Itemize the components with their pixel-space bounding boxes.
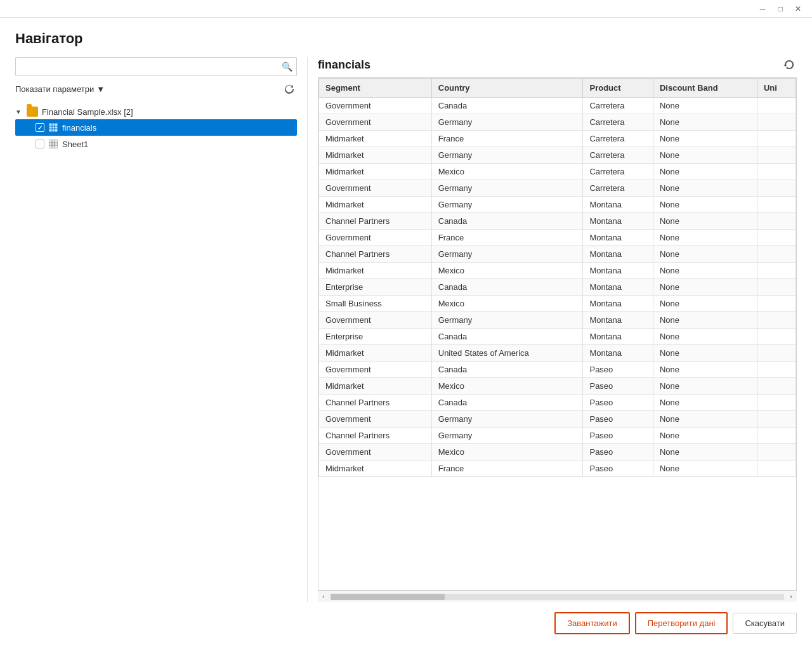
table-cell-uni (757, 428, 796, 444)
table-cell: Canada (431, 213, 583, 230)
table-cell-uni (757, 378, 796, 395)
table-cell: Montana (583, 296, 653, 312)
table-cell: Germany (431, 147, 583, 164)
table-cell: Midmarket (319, 147, 432, 164)
financials-checkbox[interactable]: ✓ (36, 123, 44, 132)
horizontal-scrollbar[interactable]: ‹ › (318, 591, 797, 602)
table-cell: Montana (583, 345, 653, 362)
table-body: GovernmentCanadaCarreteraNoneGovernmentG… (319, 98, 796, 477)
table-cell: Midmarket (319, 461, 432, 477)
table-row: Channel PartnersCanadaPaseoNone (319, 395, 796, 411)
hscroll-thumb[interactable] (331, 594, 445, 600)
table-cell: Government (319, 362, 432, 378)
main-container: Навігатор 🔍 Показати параметри ▼ (0, 18, 812, 647)
table-cell: Enterprise (319, 329, 432, 345)
table-cell: Channel Partners (319, 213, 432, 230)
table-cell: Government (319, 444, 432, 461)
table-cell-uni (757, 395, 796, 411)
preview-table-scroll[interactable]: Segment Country Product Discount Band Un… (318, 78, 796, 590)
hscroll-right-arrow[interactable]: › (785, 591, 797, 603)
table-cell-uni (757, 345, 796, 362)
table-cell-uni (757, 213, 796, 230)
maximize-button[interactable]: □ (771, 1, 789, 16)
table-row: MidmarketGermanyMontanaNone (319, 197, 796, 213)
hscroll-left-arrow[interactable]: ‹ (318, 591, 329, 603)
table-cell: None (653, 213, 757, 230)
tree-expand-arrow[interactable]: ▼ (15, 108, 22, 115)
table-cell: Mexico (431, 296, 583, 312)
table-cell-uni (757, 362, 796, 378)
col-product: Product (583, 79, 653, 98)
table-cell: None (653, 246, 757, 263)
tree-item-financials[interactable]: ✓ financials (15, 119, 297, 136)
show-params-button[interactable]: Показати параметри ▼ (15, 84, 105, 94)
table-cell: Channel Partners (319, 246, 432, 263)
table-cell: Montana (583, 312, 653, 329)
table-row: Small BusinessMexicoMontanaNone (319, 296, 796, 312)
file-tree-root[interactable]: ▼ Financial Sample.xlsx [2] (15, 104, 297, 119)
table-row: GovernmentCanadaCarreteraNone (319, 98, 796, 114)
table-cell: Paseo (583, 362, 653, 378)
table-cell-uni (757, 329, 796, 345)
preview-refresh-icon[interactable] (782, 57, 797, 72)
table-cell: Germany (431, 428, 583, 444)
table-cell: Small Business (319, 296, 432, 312)
minimize-button[interactable]: ─ (754, 1, 771, 16)
bottom-row: Завантажити Перетворити дані Скасувати (15, 602, 797, 634)
table-icon-sheet1 (48, 139, 58, 149)
table-cell: Germany (431, 197, 583, 213)
refresh-icon[interactable] (282, 81, 297, 96)
table-cell-uni (757, 444, 796, 461)
table-cell: Paseo (583, 411, 653, 428)
tree-item-sheet1[interactable]: Sheet1 (15, 136, 297, 152)
checkmark-icon: ✓ (37, 124, 43, 131)
table-cell-uni (757, 263, 796, 279)
table-cell: France (431, 131, 583, 147)
table-cell: Montana (583, 213, 653, 230)
table-cell: Montana (583, 263, 653, 279)
table-cell: Midmarket (319, 263, 432, 279)
table-cell: None (653, 395, 757, 411)
table-cell: None (653, 279, 757, 296)
table-cell: None (653, 428, 757, 444)
table-cell-uni (757, 197, 796, 213)
table-row: MidmarketMexicoMontanaNone (319, 263, 796, 279)
table-cell: Enterprise (319, 279, 432, 296)
table-row: MidmarketFrancePaseoNone (319, 461, 796, 477)
preview-header: financials (318, 57, 797, 77)
table-cell: None (653, 98, 757, 114)
table-cell: Midmarket (319, 164, 432, 180)
table-cell-uni (757, 147, 796, 164)
table-row: GovernmentMexicoPaseoNone (319, 444, 796, 461)
transform-button[interactable]: Перетворити дані (635, 612, 728, 634)
table-cell: Government (319, 411, 432, 428)
sheet1-checkbox[interactable] (36, 140, 44, 148)
show-params-label: Показати параметри (15, 84, 94, 94)
search-input[interactable] (16, 60, 296, 74)
table-cell: None (653, 329, 757, 345)
preview-title: financials (318, 58, 370, 72)
search-input-wrap[interactable]: 🔍 (15, 57, 297, 76)
table-cell: Carretera (583, 164, 653, 180)
table-cell: None (653, 378, 757, 395)
search-icon: 🔍 (282, 62, 292, 72)
cancel-button[interactable]: Скасувати (733, 613, 797, 634)
table-cell: Paseo (583, 428, 653, 444)
hscroll-track[interactable] (331, 594, 784, 600)
preview-table-wrap: Segment Country Product Discount Band Un… (318, 77, 797, 591)
table-cell: Germany (431, 411, 583, 428)
table-cell-uni (757, 246, 796, 263)
table-cell: None (653, 164, 757, 180)
table-cell: Montana (583, 329, 653, 345)
table-row: GovernmentFranceMontanaNone (319, 230, 796, 246)
table-cell: Paseo (583, 395, 653, 411)
table-cell: None (653, 345, 757, 362)
table-row: Channel PartnersGermanyPaseoNone (319, 428, 796, 444)
load-button[interactable]: Завантажити (554, 612, 629, 634)
table-cell: Paseo (583, 378, 653, 395)
table-cell: Germany (431, 114, 583, 131)
table-row: GovernmentCanadaPaseoNone (319, 362, 796, 378)
sheet1-label: Sheet1 (62, 140, 88, 149)
close-button[interactable]: ✕ (789, 1, 807, 16)
table-cell: Germany (431, 312, 583, 329)
